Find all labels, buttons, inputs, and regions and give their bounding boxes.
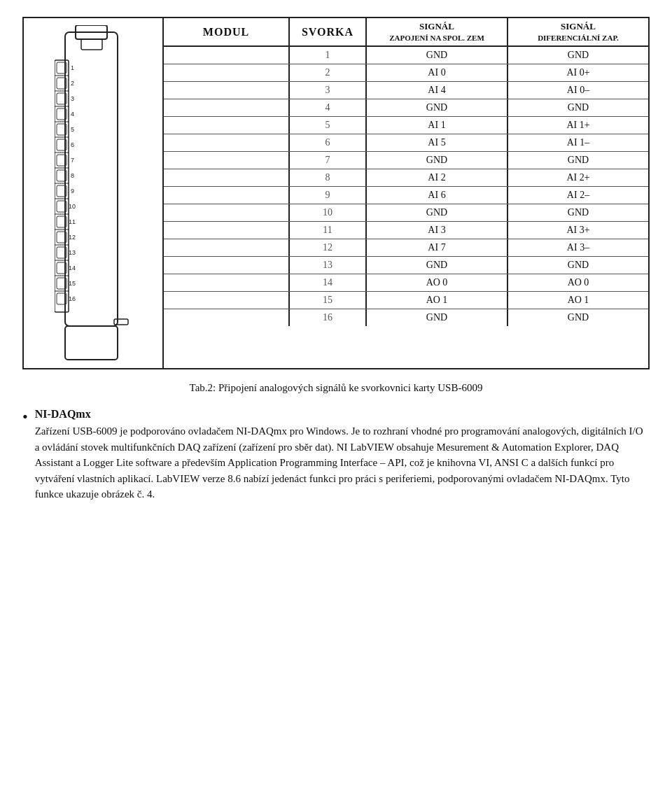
row-svorka: 15 xyxy=(290,292,367,309)
row-modul-spacer xyxy=(164,274,290,291)
row-modul-spacer xyxy=(164,64,290,81)
col-header-modul: MODUL xyxy=(164,18,290,45)
table-row: 12AI 7AI 3– xyxy=(164,239,648,257)
row-svorka: 1 xyxy=(290,47,367,64)
row-signal2: GND xyxy=(508,204,648,221)
row-signal2: GND xyxy=(508,257,648,274)
table-header-row: MODUL SVORKA SIGNÁL ZAPOJENÍ NA SPOL. ZE… xyxy=(164,18,648,47)
svg-text:8: 8 xyxy=(71,172,74,179)
table-row: 16GNDGND xyxy=(164,309,648,326)
row-svorka: 14 xyxy=(290,274,367,291)
svg-text:3: 3 xyxy=(71,95,74,102)
row-svorka: 4 xyxy=(290,99,367,116)
row-svorka: 12 xyxy=(290,239,367,256)
row-modul-spacer xyxy=(164,257,290,274)
bullet-text: Zařízení USB-6009 je podporováno ovladač… xyxy=(35,425,643,500)
row-signal1: AO 1 xyxy=(367,292,508,309)
svg-text:6: 6 xyxy=(71,141,74,148)
row-svorka: 5 xyxy=(290,117,367,134)
row-svorka: 7 xyxy=(290,152,367,169)
row-signal1: AI 5 xyxy=(367,134,508,151)
svg-text:11: 11 xyxy=(69,218,76,225)
device-image-cell: 1 2 3 4 5 6 7 8 9 10 11 12 13 14 15 16 xyxy=(24,18,164,368)
table-row: 8AI 2AI 2+ xyxy=(164,169,648,187)
row-modul-spacer xyxy=(164,187,290,204)
table-row: 6AI 5AI 1– xyxy=(164,134,648,152)
col-header-signal1: SIGNÁL ZAPOJENÍ NA SPOL. ZEM xyxy=(367,18,508,45)
row-modul-spacer xyxy=(164,117,290,134)
bullet-section: • NI-DAQmx Zařízení USB-6009 je podporov… xyxy=(22,408,650,502)
table-row: 15AO 1AO 1 xyxy=(164,292,648,309)
row-signal2: AO 0 xyxy=(508,274,648,291)
row-signal1: GND xyxy=(367,257,508,274)
row-signal1: GND xyxy=(367,309,508,326)
row-modul-spacer xyxy=(164,99,290,116)
row-signal1: AI 1 xyxy=(367,117,508,134)
row-signal2: AI 0– xyxy=(508,82,648,99)
row-svorka: 16 xyxy=(290,309,367,326)
svg-text:10: 10 xyxy=(69,203,76,210)
table-content-row: 1 2 3 4 5 6 7 8 9 10 11 12 13 14 15 16 xyxy=(24,18,648,368)
svg-text:1: 1 xyxy=(71,64,74,71)
row-signal1: GND xyxy=(367,204,508,221)
row-signal2: AI 1+ xyxy=(508,117,648,134)
table-row: 4GNDGND xyxy=(164,99,648,117)
table-row: 1GNDGND xyxy=(164,47,648,64)
row-modul-spacer xyxy=(164,47,290,64)
row-signal2: GND xyxy=(508,47,648,64)
row-signal1: AI 0 xyxy=(367,64,508,81)
row-signal2: AO 1 xyxy=(508,292,648,309)
row-signal2: GND xyxy=(508,99,648,116)
row-signal1: AI 7 xyxy=(367,239,508,256)
table-row: 14AO 0AO 0 xyxy=(164,274,648,292)
svg-text:12: 12 xyxy=(69,234,76,241)
svg-text:13: 13 xyxy=(69,249,76,256)
row-svorka: 8 xyxy=(290,169,367,186)
row-signal1: AI 2 xyxy=(367,169,508,186)
row-signal2: GND xyxy=(508,309,648,326)
row-signal2: AI 1– xyxy=(508,134,648,151)
table-row: 9AI 6AI 2– xyxy=(164,187,648,204)
table-row: 3AI 4AI 0– xyxy=(164,82,648,99)
col-header-signal2: SIGNÁL DIFERENCIÁLNÍ ZAP. xyxy=(508,18,648,45)
row-signal2: AI 3– xyxy=(508,239,648,256)
table-row: 2AI 0AI 0+ xyxy=(164,64,648,82)
table-row: 11AI 3AI 3+ xyxy=(164,222,648,239)
row-signal2: AI 0+ xyxy=(508,64,648,81)
row-signal1: AI 6 xyxy=(367,187,508,204)
table-caption: Tab.2: Připojení analogových signálů ke … xyxy=(22,382,650,394)
row-svorka: 6 xyxy=(290,134,367,151)
row-svorka: 3 xyxy=(290,82,367,99)
svg-rect-52 xyxy=(65,326,118,360)
row-svorka: 10 xyxy=(290,204,367,221)
row-svorka: 13 xyxy=(290,257,367,274)
row-signal1: AI 4 xyxy=(367,82,508,99)
row-modul-spacer xyxy=(164,82,290,99)
row-signal1: GND xyxy=(367,47,508,64)
row-svorka: 11 xyxy=(290,222,367,239)
svg-text:16: 16 xyxy=(69,295,76,302)
row-modul-spacer xyxy=(164,239,290,256)
row-modul-spacer xyxy=(164,204,290,221)
row-signal1: GND xyxy=(367,152,508,169)
svg-rect-51 xyxy=(114,319,128,325)
row-modul-spacer xyxy=(164,134,290,151)
row-modul-spacer xyxy=(164,169,290,186)
row-signal2: AI 2+ xyxy=(508,169,648,186)
row-signal1: GND xyxy=(367,99,508,116)
row-modul-spacer xyxy=(164,152,290,169)
svg-text:14: 14 xyxy=(69,264,76,271)
svg-text:4: 4 xyxy=(71,111,74,118)
col-header-svorka: SVORKA xyxy=(290,18,367,45)
table-row: 10GNDGND xyxy=(164,204,648,222)
row-modul-spacer xyxy=(164,222,290,239)
svg-text:7: 7 xyxy=(71,157,74,164)
row-signal1: AI 3 xyxy=(367,222,508,239)
table-row: 7GNDGND xyxy=(164,152,648,169)
bullet-dot: • xyxy=(22,409,28,425)
table-body: 1GNDGND2AI 0AI 0+3AI 4AI 0–4GNDGND5AI 1A… xyxy=(164,47,648,326)
row-svorka: 2 xyxy=(290,64,367,81)
row-signal2: GND xyxy=(508,152,648,169)
row-signal1: AO 0 xyxy=(367,274,508,291)
row-signal2: AI 3+ xyxy=(508,222,648,239)
